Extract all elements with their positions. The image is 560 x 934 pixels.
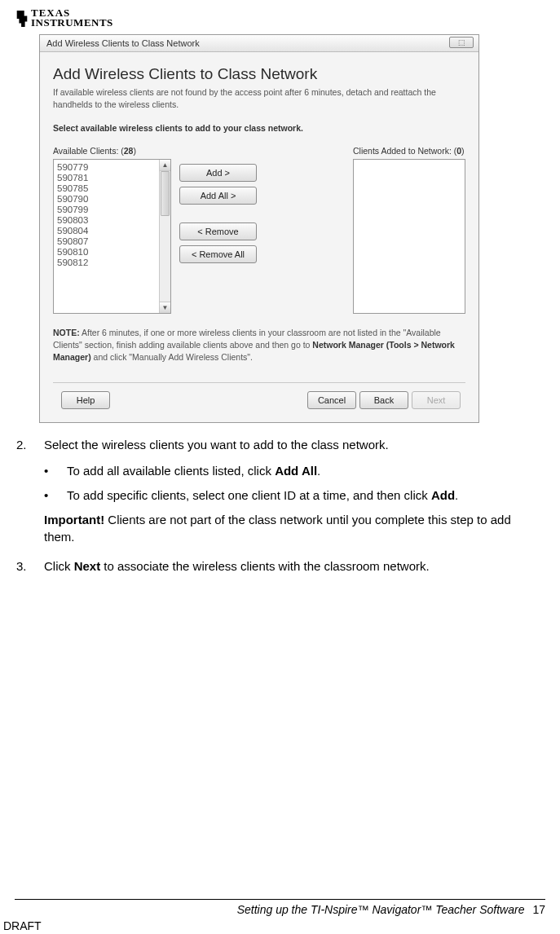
dialog-instruction: Select available wireless clients to add… — [53, 123, 465, 133]
step-text: Click Next to associate the wireless cli… — [44, 557, 430, 575]
available-label: Available Clients: (28) — [53, 146, 171, 156]
bullet-icon: • — [44, 462, 67, 480]
back-button[interactable]: Back — [359, 391, 408, 409]
footer-text: Setting up the TI-Nspire™ Navigator™ Tea… — [15, 903, 545, 916]
added-label: Clients Added to Network: (0) — [353, 146, 465, 156]
dialog-heading: Add Wireless Clients to Class Network — [53, 65, 465, 83]
logo-line2: INSTRUMENTS — [31, 18, 113, 28]
add-button[interactable]: Add > — [179, 164, 257, 182]
dialog-subtext: If available wireless clients are not fo… — [53, 86, 465, 110]
step-text: Select the wireless clients you want to … — [44, 436, 389, 454]
next-button[interactable]: Next — [412, 391, 461, 409]
dialog-window: Add Wireless Clients to Class Network ⬚ … — [39, 34, 479, 423]
list-item[interactable]: 590781 — [57, 173, 156, 183]
cancel-button[interactable]: Cancel — [307, 391, 356, 409]
ti-chip-icon — [15, 8, 29, 29]
titlebar-text: Add Wireless Clients to Class Network — [46, 38, 200, 48]
page-number: 17 — [532, 903, 545, 916]
close-button[interactable]: ⬚ — [449, 37, 474, 48]
list-item[interactable]: 590785 — [57, 183, 156, 193]
list-item[interactable]: 590799 — [57, 205, 156, 214]
scroll-up-icon[interactable]: ▲ — [160, 160, 170, 171]
add-all-button[interactable]: Add All > — [179, 187, 257, 205]
remove-all-button[interactable]: < Remove All — [179, 245, 257, 263]
available-clients-list[interactable]: 590779 590781 590785 590790 590799 59080… — [53, 159, 171, 314]
important-text: Important! Clients are not part of the c… — [44, 511, 544, 547]
scroll-thumb[interactable] — [161, 171, 170, 216]
list-item[interactable]: 590807 — [57, 236, 156, 246]
ti-logo: TEXAS INSTRUMENTS — [15, 8, 545, 29]
list-item[interactable]: 590779 — [57, 162, 156, 172]
remove-button[interactable]: < Remove — [179, 222, 257, 240]
step-number: 3. — [16, 557, 44, 575]
draft-watermark: DRAFT — [3, 919, 42, 932]
scrollbar[interactable]: ▲ ▼ — [159, 160, 170, 313]
sub-text: To add all available clients listed, cli… — [67, 462, 320, 480]
list-item[interactable]: 590790 — [57, 194, 156, 204]
bullet-icon: • — [44, 487, 67, 504]
added-clients-list[interactable] — [353, 159, 465, 314]
dialog-titlebar: Add Wireless Clients to Class Network ⬚ — [40, 35, 478, 52]
sub-text: To add specific clients, select one clie… — [67, 487, 458, 504]
list-item[interactable]: 590812 — [57, 258, 156, 267]
scroll-down-icon[interactable]: ▼ — [160, 302, 170, 313]
list-item[interactable]: 590803 — [57, 215, 156, 225]
footer-rule — [15, 899, 545, 900]
list-item[interactable]: 590804 — [57, 226, 156, 236]
step-number: 2. — [16, 436, 44, 454]
help-button[interactable]: Help — [61, 391, 110, 409]
dialog-note: NOTE: After 6 minutes, if one or more wi… — [53, 327, 465, 363]
list-item[interactable]: 590810 — [57, 247, 156, 257]
